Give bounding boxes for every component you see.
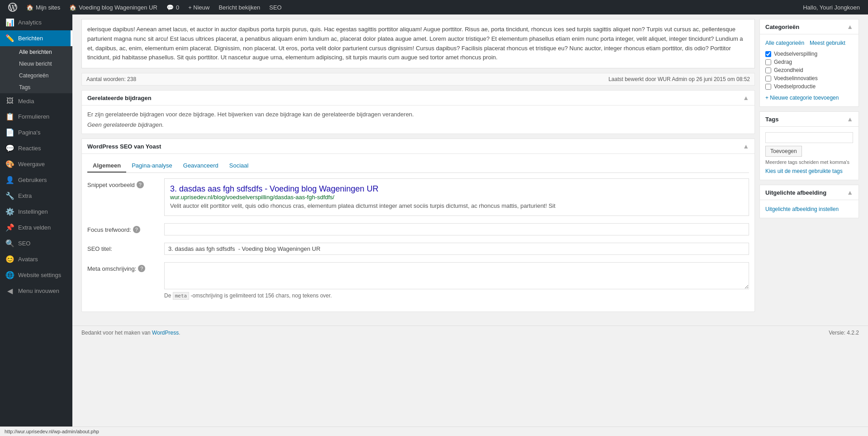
featured-image-toggle[interactable]: ▲ [847, 189, 853, 196]
add-category-link[interactable]: + Nieuwe categorie toevoegen [765, 95, 839, 101]
adminbar-my-sites[interactable]: 🏠 Mijn sites [22, 0, 65, 14]
berichten-label: Berichten [18, 35, 43, 42]
yoast-header[interactable]: WordPress SEO van Yoast ▲ [82, 139, 754, 154]
sidebar-item-extra-velden[interactable]: 📌 Extra velden [0, 220, 72, 235]
snippet-title[interactable]: 3. dasdas aas fgh sdfsdfs - Voeding blog… [170, 184, 743, 194]
new-label: + Nieuw [188, 4, 209, 11]
sidebar-item-formulieren[interactable]: 📋 Formulieren [0, 109, 72, 125]
category-item-gezondheid: Gezondheid [765, 66, 853, 74]
categories-header[interactable]: Categorieën ▲ [760, 19, 859, 34]
cat-label-gezondheid: Gezondheid [774, 67, 803, 73]
yoast-toggle[interactable]: ▲ [743, 143, 749, 150]
category-list: Voedselverspilling Gedrag Gezondheid [765, 50, 853, 91]
sidebar-item-instellingen[interactable]: ⚙️ Instellingen [0, 204, 72, 220]
related-none-text: Geen gerelateerde bijdragen. [87, 121, 749, 128]
popular-tags-link[interactable]: Kies uit de meest gebruikte tags [765, 168, 843, 174]
tab-geavanceerd[interactable]: Geavanceerd [178, 159, 224, 172]
wp-footer: Bedankt voor het maken van WordPress. Ve… [72, 326, 868, 340]
website-settings-label: Website settings [18, 272, 61, 278]
categorieen-label: Categorieën [19, 72, 48, 79]
status-url: http://wur.uprisedev.nl/wp-admin/about.p… [5, 429, 99, 434]
sidebar-item-media[interactable]: 🖼 Media [0, 93, 72, 109]
sidebar-item-weergave[interactable]: 🎨 Weergave [0, 156, 72, 172]
submenu-alle-berichten[interactable]: Alle berichten [0, 46, 72, 58]
focus-row: Focus trefwoord: ? [87, 223, 749, 235]
snippet-preview: 3. dasdas aas fgh sdfsdfs - Voeding blog… [164, 178, 749, 216]
submenu-categorieen[interactable]: Categorieën [0, 70, 72, 81]
adminbar-site-name[interactable]: 🏠 Voeding blog Wageningen UR [65, 0, 162, 14]
sidebar-item-seo[interactable]: 🔍 SEO [0, 235, 72, 251]
sidebar-item-gebruikers[interactable]: 👤 Gebruikers [0, 172, 72, 188]
wordpress-link[interactable]: WordPress [152, 330, 179, 336]
tab-sociaal[interactable]: Sociaal [224, 159, 254, 172]
footer-credit: Bedankt voor het maken van WordPress. [81, 330, 180, 336]
adminbar-comments[interactable]: 💬 0 [162, 0, 184, 14]
tags-add-button[interactable]: Toevoegen [765, 146, 802, 157]
hello-label: Hallo, Youri Jongkoen [803, 4, 860, 11]
wp-logo-item[interactable] [4, 0, 22, 14]
gebruikers-label: Gebruikers [18, 177, 47, 183]
set-featured-image-link[interactable]: Uitgelichte afbeelding instellen [765, 206, 839, 212]
meta-hint: De meta -omschrijving is gelimiteerd tot… [164, 292, 749, 299]
adminbar-new[interactable]: + Nieuw [184, 0, 214, 14]
weergave-label: Weergave [18, 161, 45, 168]
cat-checkbox-voedselverspilling[interactable] [765, 51, 771, 57]
snippet-url: wur.uprisedev.nl/blog/voedselverspilling… [170, 194, 743, 201]
tags-input[interactable] [765, 132, 853, 143]
sidebar-item-berichten[interactable]: ✏️ Berichten [0, 30, 72, 46]
sidebar-item-extra[interactable]: 🔧 Extra [0, 188, 72, 204]
cat-checkbox-voedselinnovaties[interactable] [765, 76, 771, 81]
sidebar-item-website-settings[interactable]: 🌐 Website settings [0, 267, 72, 283]
meta-code: meta [173, 292, 190, 300]
cat-checkbox-gedrag[interactable] [765, 59, 771, 65]
adminbar-user[interactable]: Hallo, Youri Jongkoen [798, 0, 864, 14]
last-edit-label: Laatst bewerkt door WUR Admin op 26 juni… [608, 76, 750, 82]
meta-help-icon[interactable]: ? [138, 265, 145, 272]
sidebar-item-paginas[interactable]: 📄 Pagina's [0, 125, 72, 140]
formulieren-icon: 📋 [5, 112, 14, 121]
menu-invouwen-icon: ◀ [5, 287, 14, 295]
cat-checkbox-voedselproductie[interactable] [765, 84, 771, 90]
category-item-voedselinnovaties: Voedselinnovaties [765, 74, 853, 82]
categories-toggle[interactable]: ▲ [847, 23, 853, 30]
sidebar-item-analytics[interactable]: 📊 Analytics [0, 14, 72, 30]
submenu-tags[interactable]: Tags [0, 81, 72, 93]
snippet-help-icon[interactable]: ? [137, 181, 144, 188]
focus-help-icon[interactable]: ? [133, 226, 140, 233]
paginas-label: Pagina's [18, 129, 40, 136]
site-name-label: Voeding blog Wageningen UR [79, 4, 157, 11]
adminbar-seo[interactable]: SEO [265, 0, 286, 14]
related-posts-toggle[interactable]: ▲ [743, 94, 749, 101]
tab-pagina-analyse[interactable]: Pagina-analyse [126, 159, 178, 172]
media-icon: 🖼 [5, 97, 14, 105]
tags-box: Tags ▲ Toevoegen Meerdere tags scheiden … [759, 111, 859, 180]
submenu-nieuw-bericht[interactable]: Nieuw bericht [0, 58, 72, 70]
post-text: elerisque dapibus! Aenean amet lacus, et… [87, 26, 743, 61]
cat-tab-all[interactable]: Alle categorieën [765, 40, 804, 46]
instellingen-icon: ⚙️ [5, 207, 14, 216]
meta-desc-input[interactable] [164, 262, 749, 289]
category-item-gedrag: Gedrag [765, 58, 853, 66]
snippet-desc: Velit auctor elit porttitor velit, quis … [170, 202, 743, 210]
focus-input[interactable] [164, 223, 749, 235]
meta-desc-row: Meta omschrijving: ? De meta -omschrijvi… [87, 262, 749, 299]
seo-title-input[interactable] [164, 243, 749, 255]
cat-checkbox-gezondheid[interactable] [765, 67, 771, 73]
yoast-seo-box: WordPress SEO van Yoast ▲ Algemeen Pagin… [81, 139, 755, 312]
related-info-text: Er zijn gerelateerde bijdragen voor deze… [87, 111, 749, 118]
snippet-label: Snippet voorbeeld [87, 182, 135, 188]
cat-label-voedselproductie: Voedselproductie [774, 83, 816, 90]
avatars-icon: 😊 [5, 255, 14, 264]
cat-tab-recent[interactable]: Meest gebruikt [810, 40, 845, 46]
related-posts-header[interactable]: Gerelateerde bijdragen ▲ [82, 91, 754, 105]
adminbar-view-post[interactable]: Bericht bekijken [214, 0, 265, 14]
tags-toggle[interactable]: ▲ [847, 115, 853, 123]
sidebar-item-avatars[interactable]: 😊 Avatars [0, 251, 72, 267]
comments-icon: 💬 [166, 4, 174, 11]
tab-algemeen[interactable]: Algemeen [87, 159, 126, 172]
meta-label: Meta omschrijving: [87, 265, 136, 272]
tags-header[interactable]: Tags ▲ [760, 112, 859, 127]
featured-image-header[interactable]: Uitgelichte afbeelding ▲ [760, 185, 859, 200]
sidebar-item-reacties[interactable]: 💬 Reacties [0, 140, 72, 156]
sidebar-item-menu-invouwen[interactable]: ◀ Menu invouwen [0, 283, 72, 299]
